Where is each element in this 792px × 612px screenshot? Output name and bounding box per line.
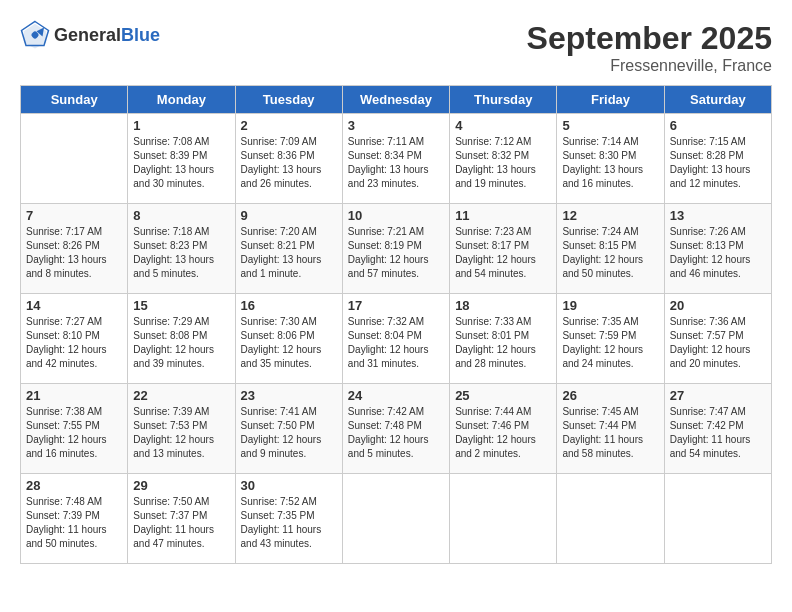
calendar-cell: 29Sunrise: 7:50 AMSunset: 7:37 PMDayligh… (128, 474, 235, 564)
calendar-cell: 25Sunrise: 7:44 AMSunset: 7:46 PMDayligh… (450, 384, 557, 474)
calendar-table: SundayMondayTuesdayWednesdayThursdayFrid… (20, 85, 772, 564)
day-info: Sunrise: 7:15 AMSunset: 8:28 PMDaylight:… (670, 135, 766, 191)
day-number: 4 (455, 118, 551, 133)
calendar-cell: 5Sunrise: 7:14 AMSunset: 8:30 PMDaylight… (557, 114, 664, 204)
day-number: 16 (241, 298, 337, 313)
calendar-cell (450, 474, 557, 564)
page-header: GeneralBlue September 2025 Fressennevill… (20, 20, 772, 75)
day-number: 15 (133, 298, 229, 313)
title-block: September 2025 Fressenneville, France (527, 20, 772, 75)
calendar-cell: 12Sunrise: 7:24 AMSunset: 8:15 PMDayligh… (557, 204, 664, 294)
day-number: 25 (455, 388, 551, 403)
day-header-tuesday: Tuesday (235, 86, 342, 114)
calendar-cell (664, 474, 771, 564)
day-number: 21 (26, 388, 122, 403)
logo-blue-text: Blue (121, 25, 160, 45)
logo-general-text: General (54, 25, 121, 45)
logo: GeneralBlue (20, 20, 160, 50)
day-number: 13 (670, 208, 766, 223)
calendar-cell: 24Sunrise: 7:42 AMSunset: 7:48 PMDayligh… (342, 384, 449, 474)
day-info: Sunrise: 7:41 AMSunset: 7:50 PMDaylight:… (241, 405, 337, 461)
day-number: 10 (348, 208, 444, 223)
calendar-cell: 18Sunrise: 7:33 AMSunset: 8:01 PMDayligh… (450, 294, 557, 384)
calendar-cell: 21Sunrise: 7:38 AMSunset: 7:55 PMDayligh… (21, 384, 128, 474)
day-header-wednesday: Wednesday (342, 86, 449, 114)
day-info: Sunrise: 7:08 AMSunset: 8:39 PMDaylight:… (133, 135, 229, 191)
day-header-monday: Monday (128, 86, 235, 114)
calendar-cell: 22Sunrise: 7:39 AMSunset: 7:53 PMDayligh… (128, 384, 235, 474)
logo-icon (20, 20, 50, 50)
day-info: Sunrise: 7:26 AMSunset: 8:13 PMDaylight:… (670, 225, 766, 281)
day-info: Sunrise: 7:48 AMSunset: 7:39 PMDaylight:… (26, 495, 122, 551)
calendar-cell: 23Sunrise: 7:41 AMSunset: 7:50 PMDayligh… (235, 384, 342, 474)
day-info: Sunrise: 7:36 AMSunset: 7:57 PMDaylight:… (670, 315, 766, 371)
calendar-cell: 20Sunrise: 7:36 AMSunset: 7:57 PMDayligh… (664, 294, 771, 384)
day-header-sunday: Sunday (21, 86, 128, 114)
day-header-saturday: Saturday (664, 86, 771, 114)
day-info: Sunrise: 7:39 AMSunset: 7:53 PMDaylight:… (133, 405, 229, 461)
calendar-cell: 30Sunrise: 7:52 AMSunset: 7:35 PMDayligh… (235, 474, 342, 564)
calendar-cell: 6Sunrise: 7:15 AMSunset: 8:28 PMDaylight… (664, 114, 771, 204)
calendar-cell: 13Sunrise: 7:26 AMSunset: 8:13 PMDayligh… (664, 204, 771, 294)
day-info: Sunrise: 7:38 AMSunset: 7:55 PMDaylight:… (26, 405, 122, 461)
day-header-friday: Friday (557, 86, 664, 114)
day-info: Sunrise: 7:33 AMSunset: 8:01 PMDaylight:… (455, 315, 551, 371)
day-number: 23 (241, 388, 337, 403)
day-number: 29 (133, 478, 229, 493)
calendar-cell: 2Sunrise: 7:09 AMSunset: 8:36 PMDaylight… (235, 114, 342, 204)
calendar-week-1: 1Sunrise: 7:08 AMSunset: 8:39 PMDaylight… (21, 114, 772, 204)
calendar-cell (557, 474, 664, 564)
day-info: Sunrise: 7:23 AMSunset: 8:17 PMDaylight:… (455, 225, 551, 281)
day-number: 22 (133, 388, 229, 403)
day-info: Sunrise: 7:50 AMSunset: 7:37 PMDaylight:… (133, 495, 229, 551)
day-number: 12 (562, 208, 658, 223)
calendar-week-4: 21Sunrise: 7:38 AMSunset: 7:55 PMDayligh… (21, 384, 772, 474)
day-number: 28 (26, 478, 122, 493)
day-info: Sunrise: 7:44 AMSunset: 7:46 PMDaylight:… (455, 405, 551, 461)
day-number: 2 (241, 118, 337, 133)
calendar-cell: 27Sunrise: 7:47 AMSunset: 7:42 PMDayligh… (664, 384, 771, 474)
day-info: Sunrise: 7:30 AMSunset: 8:06 PMDaylight:… (241, 315, 337, 371)
day-number: 18 (455, 298, 551, 313)
calendar-cell: 26Sunrise: 7:45 AMSunset: 7:44 PMDayligh… (557, 384, 664, 474)
day-info: Sunrise: 7:20 AMSunset: 8:21 PMDaylight:… (241, 225, 337, 281)
day-info: Sunrise: 7:29 AMSunset: 8:08 PMDaylight:… (133, 315, 229, 371)
day-info: Sunrise: 7:24 AMSunset: 8:15 PMDaylight:… (562, 225, 658, 281)
day-info: Sunrise: 7:45 AMSunset: 7:44 PMDaylight:… (562, 405, 658, 461)
calendar-cell: 19Sunrise: 7:35 AMSunset: 7:59 PMDayligh… (557, 294, 664, 384)
calendar-cell: 4Sunrise: 7:12 AMSunset: 8:32 PMDaylight… (450, 114, 557, 204)
day-info: Sunrise: 7:52 AMSunset: 7:35 PMDaylight:… (241, 495, 337, 551)
day-number: 27 (670, 388, 766, 403)
location-title: Fressenneville, France (527, 57, 772, 75)
calendar-cell (342, 474, 449, 564)
day-number: 5 (562, 118, 658, 133)
calendar-week-5: 28Sunrise: 7:48 AMSunset: 7:39 PMDayligh… (21, 474, 772, 564)
calendar-cell: 28Sunrise: 7:48 AMSunset: 7:39 PMDayligh… (21, 474, 128, 564)
calendar-cell: 1Sunrise: 7:08 AMSunset: 8:39 PMDaylight… (128, 114, 235, 204)
calendar-cell: 11Sunrise: 7:23 AMSunset: 8:17 PMDayligh… (450, 204, 557, 294)
day-info: Sunrise: 7:11 AMSunset: 8:34 PMDaylight:… (348, 135, 444, 191)
calendar-cell: 7Sunrise: 7:17 AMSunset: 8:26 PMDaylight… (21, 204, 128, 294)
calendar-cell: 17Sunrise: 7:32 AMSunset: 8:04 PMDayligh… (342, 294, 449, 384)
day-number: 20 (670, 298, 766, 313)
calendar-cell: 9Sunrise: 7:20 AMSunset: 8:21 PMDaylight… (235, 204, 342, 294)
calendar-cell: 14Sunrise: 7:27 AMSunset: 8:10 PMDayligh… (21, 294, 128, 384)
day-header-thursday: Thursday (450, 86, 557, 114)
calendar-week-2: 7Sunrise: 7:17 AMSunset: 8:26 PMDaylight… (21, 204, 772, 294)
calendar-cell: 15Sunrise: 7:29 AMSunset: 8:08 PMDayligh… (128, 294, 235, 384)
day-info: Sunrise: 7:42 AMSunset: 7:48 PMDaylight:… (348, 405, 444, 461)
day-number: 8 (133, 208, 229, 223)
day-info: Sunrise: 7:18 AMSunset: 8:23 PMDaylight:… (133, 225, 229, 281)
day-number: 7 (26, 208, 122, 223)
day-info: Sunrise: 7:12 AMSunset: 8:32 PMDaylight:… (455, 135, 551, 191)
day-info: Sunrise: 7:17 AMSunset: 8:26 PMDaylight:… (26, 225, 122, 281)
day-info: Sunrise: 7:27 AMSunset: 8:10 PMDaylight:… (26, 315, 122, 371)
calendar-cell: 8Sunrise: 7:18 AMSunset: 8:23 PMDaylight… (128, 204, 235, 294)
day-info: Sunrise: 7:09 AMSunset: 8:36 PMDaylight:… (241, 135, 337, 191)
calendar-cell: 16Sunrise: 7:30 AMSunset: 8:06 PMDayligh… (235, 294, 342, 384)
calendar-cell (21, 114, 128, 204)
month-title: September 2025 (527, 20, 772, 57)
day-number: 19 (562, 298, 658, 313)
day-info: Sunrise: 7:14 AMSunset: 8:30 PMDaylight:… (562, 135, 658, 191)
day-number: 3 (348, 118, 444, 133)
